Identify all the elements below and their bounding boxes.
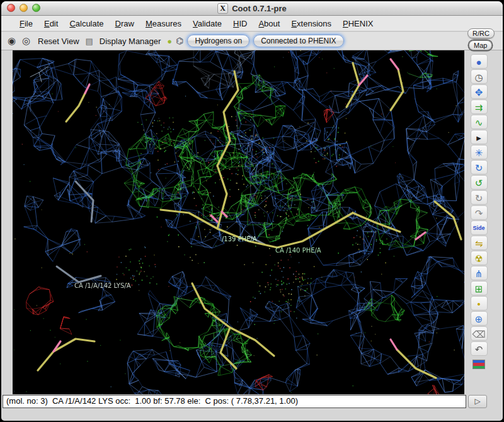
place-atom-icon[interactable]: ⊞ [471,281,488,295]
r-rc-button[interactable]: R/RC [467,28,495,38]
edit-chi-angles-icon[interactable]: ↷ [471,205,488,220]
coot-window: X Coot 0.7.1-pre File Edit Calculate Dra… [1,1,503,421]
bond-stick-icon[interactable]: ⌬ [176,36,183,46]
navigation-sphere-icon[interactable]: ● [471,54,488,69]
gl-viewport[interactable]: CA /1/A/142 LYS/A /139 PHE/A CA /140 PHE… [13,50,464,394]
titlebar[interactable]: X Coot 0.7.1-pre [1,1,503,16]
rotate-translate-icon[interactable]: ↻ [471,160,488,174]
view-rotate-icon[interactable]: ◷ [471,69,488,84]
rigid-body-fit-icon[interactable]: ✳ [471,145,488,159]
title-wrap: X Coot 0.7.1-pre [1,1,503,15]
menu-phenix[interactable]: PHENIX [337,18,379,30]
atom-label-phe140: CA /140 PHE/A [275,247,321,254]
x11-app-icon: X [217,3,228,14]
window-title: Coot 0.7.1-pre [232,4,287,13]
target-circle-icon-2[interactable]: ◎ [21,35,32,47]
menu-extensions[interactable]: Extensions [285,18,337,30]
hydrogens-toggle-button[interactable]: Hydrogens on [187,35,249,47]
menu-hid[interactable]: HID [227,18,253,30]
real-space-refine-icon[interactable]: ⇉ [471,100,488,114]
display-manager-icon: ▤ [86,37,93,46]
run-script-button[interactable]: ▷ [468,395,487,408]
menu-file[interactable]: File [14,18,38,30]
expander-triangle-icon[interactable]: ▸ [471,130,488,144]
add-water-icon[interactable]: ⊕ [471,311,488,326]
gl-canvas[interactable] [13,50,464,394]
target-circle-icon-1[interactable]: ◉ [6,35,17,47]
menu-draw[interactable]: Draw [110,18,140,30]
menu-edit[interactable]: Edit [38,18,64,30]
regularize-zone-icon[interactable]: ∿ [471,115,488,129]
mutate-residue-icon[interactable]: ⇋ [471,236,488,250]
side-chain-180-icon[interactable]: Side [471,220,488,235]
goto-atom-icon[interactable]: ● [167,37,172,46]
translate-view-icon[interactable]: ✥ [471,84,488,99]
phenix-connection-button[interactable]: Connected to PHENIX [253,35,343,47]
model-toolbar: ● ◷ ✥ ⇉ ∿ ▸ ✳ ↻ ↺ ↻ ↷ Side ⇋ ☢ ⋔ ⊞ • ⊕ ⌫… [467,54,491,369]
menu-about[interactable]: About [253,18,285,30]
reset-view-button[interactable]: Reset View [35,36,82,47]
pointer-atom-icon[interactable]: • [471,296,488,311]
atom-label-phe139: /139 PHE/A [222,236,257,242]
atom-label-lys142: CA /1/A/142 LYS/A [74,282,131,289]
undo-icon[interactable]: ↶ [471,341,488,356]
add-terminal-residue-icon[interactable]: ☢ [471,251,488,265]
display-manager-button[interactable]: Display Manager [97,36,164,47]
auto-fit-rotamer-icon[interactable]: ↺ [471,175,488,190]
menu-calculate[interactable]: Calculate [64,18,109,30]
menu-measures[interactable]: Measures [140,18,187,30]
toolbar: ◉ ◎ Reset View ▤ Display Manager ● ⌬ Hyd… [1,32,503,50]
scene-flag-icon[interactable] [472,360,485,369]
add-alt-conf-icon[interactable]: ⋔ [471,266,488,280]
status-bar: (mol. no: 3) CA /1/A/142 LYS occ: 1.00 b… [3,395,466,408]
map-button[interactable]: Map [469,40,492,50]
rotamers-icon[interactable]: ↻ [471,190,488,205]
menu-validate[interactable]: Validate [187,18,227,30]
menubar: File Edit Calculate Draw Measures Valida… [1,16,503,31]
delete-item-icon[interactable]: ⌫ [471,326,488,341]
